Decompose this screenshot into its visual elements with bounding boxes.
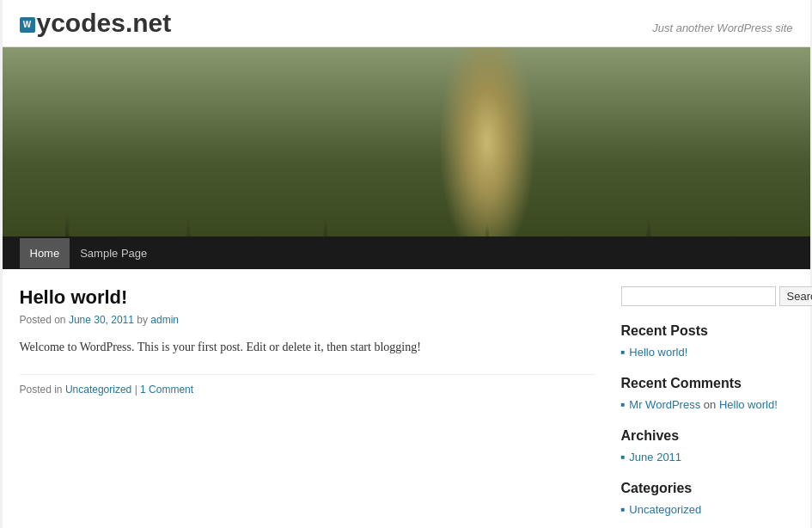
list-item: Uncategorized: [621, 503, 793, 516]
search-button[interactable]: Search: [779, 286, 813, 306]
post-footer: Posted in Uncategorized | 1 Comment: [20, 374, 595, 396]
categories-title: Categories: [621, 481, 793, 496]
posted-in-label: Posted in: [20, 384, 63, 396]
categories-list: Uncategorized: [621, 503, 793, 516]
nav-item-sample-page[interactable]: Sample Page: [70, 238, 157, 268]
archives-list: June 2011: [621, 451, 793, 464]
search-widget: Search: [621, 286, 793, 306]
hero-image-inner: [3, 47, 810, 236]
recent-posts-widget: Recent Posts Hello world!: [621, 323, 793, 359]
post-author-link[interactable]: admin: [150, 314, 179, 326]
wordpress-icon: W: [20, 17, 35, 33]
sidebar: Search Recent Posts Hello world! Recent …: [621, 286, 793, 528]
archives-widget: Archives June 2011: [621, 428, 793, 464]
navigation-bar: Home Sample Page: [3, 236, 810, 269]
blog-post: Hello world! Posted on June 30, 2011 by …: [20, 286, 595, 396]
comment-on-label: on: [704, 398, 719, 411]
main-content: Hello world! Posted on June 30, 2011 by …: [20, 286, 595, 528]
list-item: Hello world!: [621, 346, 793, 359]
post-content: Welcome to WordPress. This is your first…: [20, 338, 595, 357]
site-title-text: ycodes.net: [37, 9, 172, 37]
recent-comments-title: Recent Comments: [621, 376, 793, 391]
post-comment-link[interactable]: 1 Comment: [140, 384, 193, 396]
archive-link[interactable]: June 2011: [629, 451, 681, 464]
list-item: Mr WordPress on Hello world!: [621, 398, 793, 411]
post-meta: Posted on June 30, 2011 by admin: [20, 314, 595, 326]
recent-posts-list: Hello world!: [621, 346, 793, 359]
comment-post-link[interactable]: Hello world!: [719, 398, 778, 411]
posted-on-label: Posted on: [20, 314, 66, 326]
hero-image: [3, 47, 810, 236]
nav-item-home[interactable]: Home: [20, 238, 70, 268]
recent-comments-list: Mr WordPress on Hello world!: [621, 398, 793, 411]
category-link[interactable]: Uncategorized: [629, 503, 701, 516]
post-category-link[interactable]: Uncategorized: [65, 384, 131, 396]
site-title[interactable]: Wycodes.net: [20, 9, 172, 38]
post-date-link[interactable]: June 30, 2011: [69, 314, 134, 326]
comment-author-link[interactable]: Mr WordPress: [629, 398, 700, 411]
content-area: Hello world! Posted on June 30, 2011 by …: [3, 269, 810, 528]
list-item: June 2011: [621, 451, 793, 464]
post-title: Hello world!: [20, 286, 595, 309]
archives-title: Archives: [621, 428, 793, 444]
site-header: Wycodes.net Just another WordPress site: [3, 0, 810, 47]
site-tagline: Just another WordPress site: [652, 21, 792, 34]
search-input[interactable]: [621, 286, 776, 306]
recent-posts-title: Recent Posts: [621, 323, 793, 339]
by-label: by: [137, 314, 150, 326]
recent-post-link[interactable]: Hello world!: [629, 346, 687, 359]
recent-comments-widget: Recent Comments Mr WordPress on Hello wo…: [621, 376, 793, 411]
page-wrapper: Wycodes.net Just another WordPress site …: [3, 0, 810, 528]
categories-widget: Categories Uncategorized: [621, 481, 793, 516]
